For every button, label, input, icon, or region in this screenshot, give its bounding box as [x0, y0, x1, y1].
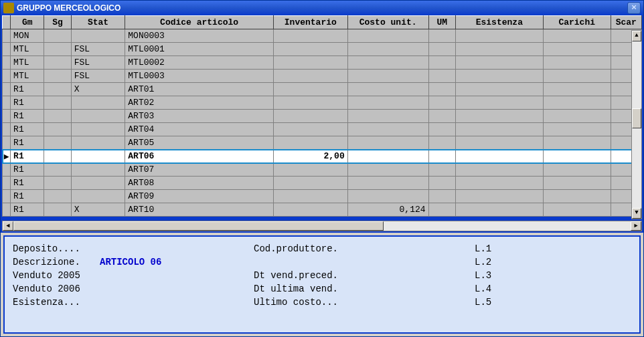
cell-code[interactable]: ART02 [125, 96, 274, 110]
table-row[interactable]: MONMON0003 [3, 29, 642, 43]
cell-esist[interactable] [455, 163, 543, 177]
cell-gm[interactable]: R1 [11, 83, 44, 96]
cell-code[interactable]: ART07 [125, 163, 274, 177]
cell-sg[interactable] [44, 83, 71, 96]
col-gm[interactable]: Gm [11, 16, 44, 29]
vscroll-thumb[interactable] [632, 108, 641, 128]
cell-carichi[interactable] [543, 177, 611, 190]
cell-um[interactable] [428, 83, 455, 96]
cell-esist[interactable] [455, 203, 543, 217]
cell-inv[interactable] [273, 96, 347, 110]
cell-carichi[interactable] [543, 96, 611, 110]
cell-gm[interactable]: MTL [11, 43, 44, 56]
cell-inv[interactable] [273, 43, 347, 56]
cell-esist[interactable] [455, 43, 543, 56]
cell-gm[interactable]: MON [11, 29, 44, 43]
cell-gm[interactable]: MTL [11, 70, 44, 83]
cell-costo[interactable] [347, 136, 428, 150]
scroll-up-button[interactable]: ▲ [632, 31, 641, 41]
cell-um[interactable] [428, 163, 455, 177]
vertical-scrollbar[interactable]: ▲ ▼ [631, 30, 642, 219]
cell-inv[interactable] [273, 123, 347, 136]
row-marker[interactable] [3, 70, 11, 83]
col-esist[interactable]: Esistenza [455, 16, 543, 29]
col-costo[interactable]: Costo unit. [347, 16, 428, 29]
cell-um[interactable] [428, 96, 455, 110]
col-marker[interactable] [3, 16, 11, 29]
table-row[interactable]: MTLFSLMTL0003 [3, 70, 642, 83]
cell-inv[interactable] [273, 70, 347, 83]
cell-stat[interactable]: FSL [71, 43, 125, 56]
cell-stat[interactable] [71, 96, 125, 110]
cell-um[interactable] [428, 110, 455, 123]
cell-carichi[interactable] [543, 190, 611, 203]
row-marker[interactable] [3, 163, 11, 177]
cell-sg[interactable] [44, 177, 71, 190]
row-marker[interactable] [3, 56, 11, 70]
col-stat[interactable]: Stat [71, 16, 125, 29]
cell-um[interactable] [428, 177, 455, 190]
cell-um[interactable] [428, 70, 455, 83]
cell-code[interactable]: ART03 [125, 110, 274, 123]
row-marker[interactable] [3, 110, 11, 123]
cell-um[interactable] [428, 136, 455, 150]
cell-costo[interactable] [347, 177, 428, 190]
col-inv[interactable]: Inventario [273, 16, 347, 29]
cell-sg[interactable] [44, 43, 71, 56]
cell-code[interactable]: ART05 [125, 136, 274, 150]
row-marker[interactable] [3, 177, 11, 190]
cell-stat[interactable] [71, 29, 125, 43]
cell-stat[interactable]: X [71, 203, 125, 217]
cell-esist[interactable] [455, 96, 543, 110]
cell-code[interactable]: ART01 [125, 83, 274, 96]
cell-esist[interactable] [455, 83, 543, 96]
cell-stat[interactable] [71, 177, 125, 190]
cell-code[interactable]: ART06 [125, 150, 274, 163]
cell-um[interactable] [428, 56, 455, 70]
cell-code[interactable]: MTL0002 [125, 56, 274, 70]
table-row[interactable]: MTLFSLMTL0002 [3, 56, 642, 70]
cell-sg[interactable] [44, 70, 71, 83]
cell-gm[interactable]: R1 [11, 203, 44, 217]
table-row[interactable]: R1XART100,124 [3, 203, 642, 217]
cell-sg[interactable] [44, 203, 71, 217]
row-marker[interactable] [3, 96, 11, 110]
cell-stat[interactable]: X [71, 83, 125, 96]
table-row[interactable]: R1ART07 [3, 163, 642, 177]
cell-esist[interactable] [455, 150, 543, 163]
table-row[interactable]: R1ART08 [3, 177, 642, 190]
row-marker[interactable] [3, 83, 11, 96]
cell-costo[interactable] [347, 29, 428, 43]
cell-sg[interactable] [44, 96, 71, 110]
cell-costo[interactable] [347, 56, 428, 70]
col-um[interactable]: UM [428, 16, 455, 29]
cell-code[interactable]: ART04 [125, 123, 274, 136]
cell-costo[interactable] [347, 83, 428, 96]
cell-carichi[interactable] [543, 150, 611, 163]
cell-gm[interactable]: R1 [11, 177, 44, 190]
row-marker[interactable] [3, 43, 11, 56]
cell-inv[interactable] [273, 56, 347, 70]
scroll-down-button[interactable]: ▼ [632, 208, 641, 219]
cell-code[interactable]: MTL0003 [125, 70, 274, 83]
row-marker[interactable] [3, 123, 11, 136]
cell-stat[interactable] [71, 123, 125, 136]
table-row[interactable]: R1XART01 [3, 83, 642, 96]
cell-um[interactable] [428, 190, 455, 203]
cell-carichi[interactable] [543, 70, 611, 83]
cell-um[interactable] [428, 150, 455, 163]
row-marker[interactable] [3, 203, 11, 217]
hscroll-track[interactable] [13, 221, 631, 231]
cell-sg[interactable] [44, 29, 71, 43]
cell-sg[interactable] [44, 123, 71, 136]
cell-inv[interactable] [273, 203, 347, 217]
cell-esist[interactable] [455, 29, 543, 43]
cell-esist[interactable] [455, 177, 543, 190]
cell-inv[interactable] [273, 83, 347, 96]
cell-stat[interactable]: FSL [71, 56, 125, 70]
col-scar[interactable]: Scar [611, 16, 641, 29]
cell-esist[interactable] [455, 110, 543, 123]
cell-inv[interactable]: 2,00 [273, 150, 347, 163]
cell-costo[interactable] [347, 190, 428, 203]
table-row[interactable]: MTLFSLMTL0001 [3, 43, 642, 56]
